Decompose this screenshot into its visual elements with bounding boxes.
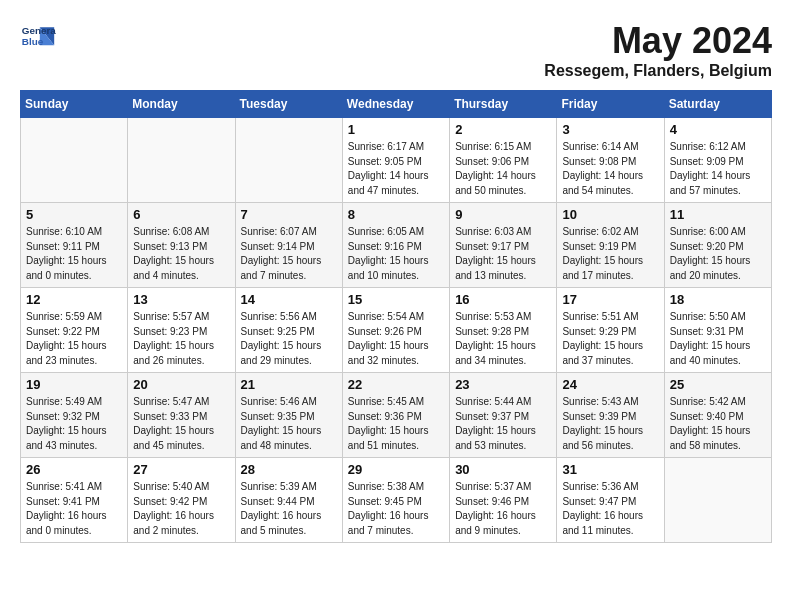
header-saturday: Saturday xyxy=(664,91,771,118)
page-header: General Blue May 2024 Ressegem, Flanders… xyxy=(20,20,772,80)
day-number: 6 xyxy=(133,207,229,222)
day-detail: Sunrise: 5:50 AMSunset: 9:31 PMDaylight:… xyxy=(670,310,766,368)
day-number: 23 xyxy=(455,377,551,392)
calendar-table: SundayMondayTuesdayWednesdayThursdayFrid… xyxy=(20,90,772,543)
day-detail: Sunrise: 5:41 AMSunset: 9:41 PMDaylight:… xyxy=(26,480,122,538)
week-row-0: 1Sunrise: 6:17 AMSunset: 9:05 PMDaylight… xyxy=(21,118,772,203)
day-cell: 15Sunrise: 5:54 AMSunset: 9:26 PMDayligh… xyxy=(342,288,449,373)
day-number: 13 xyxy=(133,292,229,307)
header-monday: Monday xyxy=(128,91,235,118)
day-cell: 22Sunrise: 5:45 AMSunset: 9:36 PMDayligh… xyxy=(342,373,449,458)
week-row-2: 12Sunrise: 5:59 AMSunset: 9:22 PMDayligh… xyxy=(21,288,772,373)
day-cell xyxy=(235,118,342,203)
day-number: 25 xyxy=(670,377,766,392)
header-thursday: Thursday xyxy=(450,91,557,118)
header-tuesday: Tuesday xyxy=(235,91,342,118)
day-number: 27 xyxy=(133,462,229,477)
logo-icon: General Blue xyxy=(20,20,56,56)
header-wednesday: Wednesday xyxy=(342,91,449,118)
day-number: 1 xyxy=(348,122,444,137)
location: Ressegem, Flanders, Belgium xyxy=(544,62,772,80)
day-cell: 24Sunrise: 5:43 AMSunset: 9:39 PMDayligh… xyxy=(557,373,664,458)
day-detail: Sunrise: 5:39 AMSunset: 9:44 PMDaylight:… xyxy=(241,480,337,538)
day-cell: 14Sunrise: 5:56 AMSunset: 9:25 PMDayligh… xyxy=(235,288,342,373)
day-cell: 23Sunrise: 5:44 AMSunset: 9:37 PMDayligh… xyxy=(450,373,557,458)
title-block: May 2024 Ressegem, Flanders, Belgium xyxy=(544,20,772,80)
day-cell: 11Sunrise: 6:00 AMSunset: 9:20 PMDayligh… xyxy=(664,203,771,288)
svg-text:General: General xyxy=(22,25,56,36)
day-number: 5 xyxy=(26,207,122,222)
day-cell: 3Sunrise: 6:14 AMSunset: 9:08 PMDaylight… xyxy=(557,118,664,203)
day-cell: 30Sunrise: 5:37 AMSunset: 9:46 PMDayligh… xyxy=(450,458,557,543)
month-title: May 2024 xyxy=(544,20,772,62)
day-detail: Sunrise: 6:10 AMSunset: 9:11 PMDaylight:… xyxy=(26,225,122,283)
day-cell: 6Sunrise: 6:08 AMSunset: 9:13 PMDaylight… xyxy=(128,203,235,288)
day-detail: Sunrise: 5:43 AMSunset: 9:39 PMDaylight:… xyxy=(562,395,658,453)
day-number: 21 xyxy=(241,377,337,392)
day-number: 18 xyxy=(670,292,766,307)
day-cell: 17Sunrise: 5:51 AMSunset: 9:29 PMDayligh… xyxy=(557,288,664,373)
day-cell: 1Sunrise: 6:17 AMSunset: 9:05 PMDaylight… xyxy=(342,118,449,203)
day-number: 14 xyxy=(241,292,337,307)
day-cell: 27Sunrise: 5:40 AMSunset: 9:42 PMDayligh… xyxy=(128,458,235,543)
day-detail: Sunrise: 5:37 AMSunset: 9:46 PMDaylight:… xyxy=(455,480,551,538)
day-cell: 8Sunrise: 6:05 AMSunset: 9:16 PMDaylight… xyxy=(342,203,449,288)
day-cell xyxy=(664,458,771,543)
day-detail: Sunrise: 5:54 AMSunset: 9:26 PMDaylight:… xyxy=(348,310,444,368)
day-number: 16 xyxy=(455,292,551,307)
day-detail: Sunrise: 5:49 AMSunset: 9:32 PMDaylight:… xyxy=(26,395,122,453)
week-row-1: 5Sunrise: 6:10 AMSunset: 9:11 PMDaylight… xyxy=(21,203,772,288)
svg-text:Blue: Blue xyxy=(22,36,44,47)
day-detail: Sunrise: 5:38 AMSunset: 9:45 PMDaylight:… xyxy=(348,480,444,538)
day-number: 9 xyxy=(455,207,551,222)
day-detail: Sunrise: 6:15 AMSunset: 9:06 PMDaylight:… xyxy=(455,140,551,198)
day-cell: 16Sunrise: 5:53 AMSunset: 9:28 PMDayligh… xyxy=(450,288,557,373)
day-number: 28 xyxy=(241,462,337,477)
day-detail: Sunrise: 6:12 AMSunset: 9:09 PMDaylight:… xyxy=(670,140,766,198)
day-detail: Sunrise: 5:59 AMSunset: 9:22 PMDaylight:… xyxy=(26,310,122,368)
day-detail: Sunrise: 6:00 AMSunset: 9:20 PMDaylight:… xyxy=(670,225,766,283)
day-cell: 4Sunrise: 6:12 AMSunset: 9:09 PMDaylight… xyxy=(664,118,771,203)
day-detail: Sunrise: 5:57 AMSunset: 9:23 PMDaylight:… xyxy=(133,310,229,368)
day-cell: 26Sunrise: 5:41 AMSunset: 9:41 PMDayligh… xyxy=(21,458,128,543)
day-number: 11 xyxy=(670,207,766,222)
logo: General Blue xyxy=(20,20,56,56)
day-number: 24 xyxy=(562,377,658,392)
day-number: 10 xyxy=(562,207,658,222)
day-cell: 2Sunrise: 6:15 AMSunset: 9:06 PMDaylight… xyxy=(450,118,557,203)
week-row-3: 19Sunrise: 5:49 AMSunset: 9:32 PMDayligh… xyxy=(21,373,772,458)
day-cell: 13Sunrise: 5:57 AMSunset: 9:23 PMDayligh… xyxy=(128,288,235,373)
day-cell: 10Sunrise: 6:02 AMSunset: 9:19 PMDayligh… xyxy=(557,203,664,288)
day-cell: 25Sunrise: 5:42 AMSunset: 9:40 PMDayligh… xyxy=(664,373,771,458)
day-detail: Sunrise: 6:03 AMSunset: 9:17 PMDaylight:… xyxy=(455,225,551,283)
day-cell: 18Sunrise: 5:50 AMSunset: 9:31 PMDayligh… xyxy=(664,288,771,373)
day-cell: 20Sunrise: 5:47 AMSunset: 9:33 PMDayligh… xyxy=(128,373,235,458)
day-cell: 7Sunrise: 6:07 AMSunset: 9:14 PMDaylight… xyxy=(235,203,342,288)
header-row: SundayMondayTuesdayWednesdayThursdayFrid… xyxy=(21,91,772,118)
day-cell: 29Sunrise: 5:38 AMSunset: 9:45 PMDayligh… xyxy=(342,458,449,543)
header-friday: Friday xyxy=(557,91,664,118)
day-number: 3 xyxy=(562,122,658,137)
day-number: 26 xyxy=(26,462,122,477)
day-detail: Sunrise: 6:02 AMSunset: 9:19 PMDaylight:… xyxy=(562,225,658,283)
day-cell: 12Sunrise: 5:59 AMSunset: 9:22 PMDayligh… xyxy=(21,288,128,373)
day-cell: 28Sunrise: 5:39 AMSunset: 9:44 PMDayligh… xyxy=(235,458,342,543)
day-detail: Sunrise: 5:46 AMSunset: 9:35 PMDaylight:… xyxy=(241,395,337,453)
day-number: 7 xyxy=(241,207,337,222)
day-cell xyxy=(128,118,235,203)
day-detail: Sunrise: 5:36 AMSunset: 9:47 PMDaylight:… xyxy=(562,480,658,538)
day-number: 15 xyxy=(348,292,444,307)
day-number: 31 xyxy=(562,462,658,477)
day-cell xyxy=(21,118,128,203)
day-number: 19 xyxy=(26,377,122,392)
day-detail: Sunrise: 5:45 AMSunset: 9:36 PMDaylight:… xyxy=(348,395,444,453)
day-number: 30 xyxy=(455,462,551,477)
day-number: 20 xyxy=(133,377,229,392)
day-number: 29 xyxy=(348,462,444,477)
week-row-4: 26Sunrise: 5:41 AMSunset: 9:41 PMDayligh… xyxy=(21,458,772,543)
day-cell: 19Sunrise: 5:49 AMSunset: 9:32 PMDayligh… xyxy=(21,373,128,458)
day-cell: 9Sunrise: 6:03 AMSunset: 9:17 PMDaylight… xyxy=(450,203,557,288)
day-detail: Sunrise: 5:44 AMSunset: 9:37 PMDaylight:… xyxy=(455,395,551,453)
day-detail: Sunrise: 5:56 AMSunset: 9:25 PMDaylight:… xyxy=(241,310,337,368)
calendar-body: 1Sunrise: 6:17 AMSunset: 9:05 PMDaylight… xyxy=(21,118,772,543)
